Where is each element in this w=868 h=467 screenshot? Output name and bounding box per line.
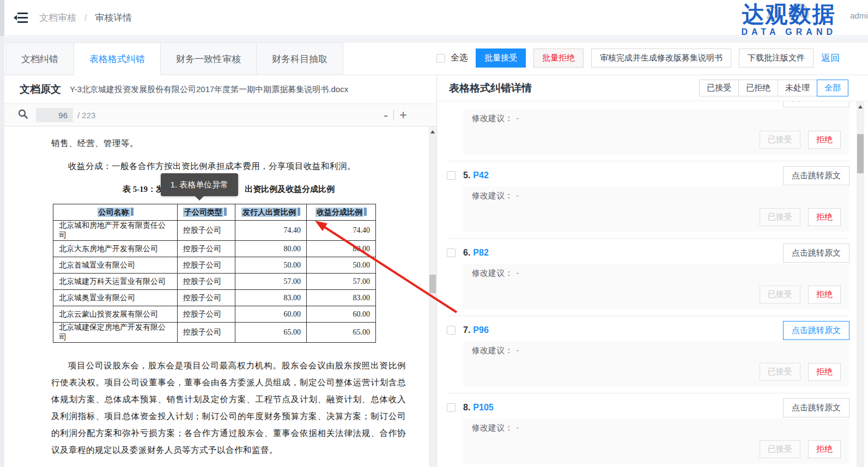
logo-text-en: DATA GRAND [741, 28, 836, 37]
highlight-cursor-bar [364, 208, 367, 216]
select-all-checkbox[interactable] [436, 54, 445, 63]
review-scrollbar[interactable] [857, 101, 864, 467]
document-filename: Y-3北京城建投资发展股份有限公司2017年度第一期中期票据募集说明书.docx [70, 84, 348, 95]
accept-button[interactable]: 已接受 [760, 440, 800, 458]
review-panel-header: 表格格式纠错详情 已接受 已拒绝 未处理 全部 [437, 75, 868, 101]
list-item-p105: 8.P105 点击跳转原文 修改建议：- 已接受 拒绝 [447, 393, 849, 467]
search-icon[interactable] [17, 108, 28, 122]
document-panel-header: 文档原文 Y-3北京城建投资发展股份有限公司2017年度第一期中期票据募集说明书… [4, 75, 436, 104]
finish-generate-button[interactable]: 审核完成并生成修改版募集说明书 [591, 48, 731, 68]
reject-button[interactable]: 拒绝 [808, 440, 841, 458]
left-edge-strip [0, 0, 4, 467]
batch-accept-button[interactable]: 批量接受 [476, 48, 526, 68]
batch-reject-button[interactable]: 批量拒绝 [533, 48, 584, 68]
list-item-partial-top: 点击跳转原文 修改建议：- 已接受 拒绝 [447, 101, 849, 161]
tab-table-format-correction[interactable]: 表格格式纠错 [74, 43, 161, 75]
breadcrumb-current: 审核详情 [95, 13, 132, 23]
scrollbar-thumb[interactable] [857, 134, 864, 173]
topbar-right: admin 达观数据 DATA GRAND [721, 0, 868, 36]
reject-button[interactable]: 拒绝 [808, 131, 841, 149]
tab-action-bar: 文档纠错 表格格式纠错 财务一致性审核 财务科目抽取 全选 批量接受 批量拒绝 … [4, 37, 868, 75]
review-panel-title: 表格格式纠错详情 [449, 81, 532, 95]
accept-button[interactable]: 已接受 [760, 208, 800, 226]
page-number-input[interactable] [36, 108, 73, 122]
status-filter-group: 已接受 已拒绝 未处理 全部 [700, 80, 848, 96]
collapse-menu-icon[interactable] [13, 11, 29, 25]
username-label[interactable]: admin [850, 11, 868, 20]
document-review-page: 文档审核 / 审核详情 admin 达观数据 DATA GRAND [0, 0, 868, 467]
zoom-in-button[interactable]: + [394, 110, 412, 120]
jump-to-source-button[interactable]: 点击跳转原文 [783, 101, 849, 107]
list-item-p96: 7.P96 点击跳转原文 修改建议：- 已接受 拒绝 [447, 316, 849, 393]
highlight-cursor-bar [224, 208, 227, 216]
doc-table-header-row: 公司名称 子公司类型 发行人出资比例 收益分成比例 [53, 204, 376, 221]
list-item-p42: 5.P42 点击跳转原文 修改建议：- 已接受 拒绝 [447, 161, 849, 239]
filter-all[interactable]: 全部 [817, 80, 848, 96]
top-bar: 文档审核 / 审核详情 admin 达观数据 DATA GRAND [4, 0, 868, 36]
table-row: 北京城建保定房地产开发有限公司控股子公司65.0065.00 [53, 323, 376, 343]
jump-to-source-button-active[interactable]: 点击跳转原文 [783, 321, 849, 340]
item-checkbox[interactable] [447, 326, 456, 335]
datagrand-logo: 达观数据 DATA GRAND [741, 3, 836, 37]
table-row: 北京城建万科天运置业有限公司控股子公司57.0057.00 [53, 274, 376, 290]
page-total-label: / 223 [77, 111, 95, 120]
doc-table: 公司名称 子公司类型 发行人出资比例 收益分成比例 北京城和房地产开发有限责任公… [53, 204, 376, 343]
document-toolbar: / 223 - + [4, 104, 436, 126]
download-annotated-button[interactable]: 下载批注版文件 [739, 48, 814, 68]
item-checkbox[interactable] [447, 403, 456, 412]
back-link[interactable]: 返回 [821, 52, 840, 64]
document-scrollbar[interactable] [429, 126, 436, 467]
filter-rejected[interactable]: 已拒绝 [738, 80, 778, 96]
tab-financial-subject-extraction[interactable]: 财务科目抽取 [257, 43, 343, 75]
logo-text-cn: 达观数据 [741, 3, 836, 26]
zoom-controls: - + [378, 110, 412, 120]
item-checkbox[interactable] [447, 171, 456, 180]
item-checkbox[interactable] [447, 248, 456, 257]
scroll-up-arrow[interactable] [430, 130, 435, 134]
zoom-out-button[interactable]: - [378, 110, 393, 120]
item-title: 8.P105 [463, 403, 494, 413]
scrollbar-thumb[interactable] [429, 275, 436, 293]
item-title: 5.P42 [463, 171, 489, 180]
scroll-up-arrow[interactable] [858, 105, 863, 108]
bulk-action-bar: 全选 批量接受 批量拒绝 审核完成并生成修改版募集说明书 下载批注版文件 返回 [436, 48, 840, 68]
filter-accepted[interactable]: 已接受 [699, 80, 739, 96]
review-panel: 表格格式纠错详情 已接受 已拒绝 未处理 全部 点击跳转原文 修改建议：- 已接… [437, 75, 868, 467]
breadcrumb-separator: / [84, 13, 87, 23]
tab-strip: 文档纠错 表格格式纠错 财务一致性审核 财务科目抽取 [5, 43, 343, 75]
reject-button[interactable]: 拒绝 [808, 208, 841, 226]
accept-button[interactable]: 已接受 [760, 363, 800, 381]
breadcrumb: 文档审核 / 审核详情 [39, 11, 132, 24]
document-panel: 文档原文 Y-3北京城建投资发展股份有限公司2017年度第一期中期票据募集说明书… [4, 75, 437, 467]
breadcrumb-root[interactable]: 文档审核 [39, 13, 76, 23]
highlight-cursor-bar [298, 208, 300, 216]
jump-to-source-button[interactable]: 点击跳转原文 [783, 398, 849, 417]
correction-item-list: 点击跳转原文 修改建议：- 已接受 拒绝 5.P42 点击跳转原文 [437, 101, 852, 467]
doc-paragraph-3: 项目公司设股东会，股东会是项目公司最高权力机构。股东会会议由股东按照出资比例行使… [51, 357, 406, 458]
jump-to-source-button[interactable]: 点击跳转原文 [783, 166, 849, 185]
select-all-label: 全选 [451, 52, 468, 64]
accept-button[interactable]: 已接受 [760, 286, 800, 304]
list-item-p82: 6.P82 点击跳转原文 修改建议：- 已接受 拒绝 [447, 239, 849, 316]
table-row: 北京大东房地产开发有限公司控股子公司80.0080.00 [53, 241, 376, 257]
error-tooltip: 1. 表格单位异常 [161, 173, 238, 196]
reject-button[interactable]: 拒绝 [808, 363, 841, 381]
filter-unprocessed[interactable]: 未处理 [778, 80, 817, 96]
doc-paragraph-1: 销售、经营、管理等。 [51, 135, 406, 151]
table-row: 北京城奥置业有限公司控股子公司83.0083.00 [53, 290, 376, 306]
table-row: 北京首城置业有限公司控股子公司50.0050.00 [53, 257, 376, 274]
doc-table-body: 北京城和房地产开发有限责任公司控股子公司74.4074.40北京大东房地产开发有… [53, 221, 376, 343]
document-panel-title: 文档原文 [20, 82, 61, 96]
document-page-view: 销售、经营、管理等。 收益分成：一般各合作方按出资比例承担成本费用，分享项目收益… [4, 126, 436, 467]
item-title: 7.P96 [463, 325, 489, 335]
reject-button[interactable]: 拒绝 [808, 286, 841, 304]
doc-paragraph-2: 收益分成：一般各合作方按出资比例承担成本费用，分享项目收益和利润。 [51, 158, 406, 174]
item-title: 6.P82 [463, 248, 489, 258]
tab-document-correction[interactable]: 文档纠错 [5, 43, 74, 75]
tabbar-top-band [4, 37, 868, 43]
main-content: 文档原文 Y-3北京城建投资发展股份有限公司2017年度第一期中期票据募集说明书… [4, 75, 868, 467]
highlight-cursor-bar [131, 208, 133, 216]
jump-to-source-button[interactable]: 点击跳转原文 [783, 244, 849, 263]
accept-button[interactable]: 已接受 [760, 131, 800, 149]
tab-financial-consistency[interactable]: 财务一致性审核 [161, 43, 257, 75]
